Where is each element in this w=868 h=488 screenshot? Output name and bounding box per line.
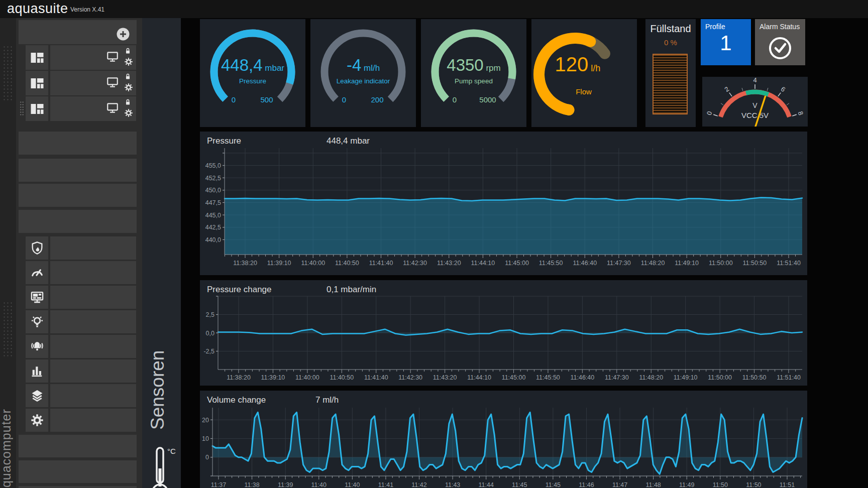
svg-text:442,5: 442,5 — [205, 224, 221, 231]
sidebar-page-page[interactable] — [50, 45, 136, 70]
bulb-icon-tile[interactable] — [26, 310, 48, 333]
shield-drop-icon-tile[interactable] — [26, 236, 48, 260]
page-settings-button[interactable] — [124, 57, 134, 69]
chart-current-value: 448,4 mbar — [327, 136, 370, 146]
svg-text:11:42:30: 11:42:30 — [398, 374, 422, 381]
lock-page-button[interactable] — [124, 72, 132, 83]
svg-text:11:50:00: 11:50:00 — [709, 260, 733, 267]
sidebar-item-partial — [19, 486, 137, 488]
svg-text:11:48:20: 11:48:20 — [639, 374, 663, 381]
layers-icon-tile[interactable] — [26, 384, 48, 407]
sidebar-page-leakshield[interactable] — [50, 96, 136, 121]
page-thumbnail-icon[interactable] — [26, 71, 48, 95]
svg-text:11:45: 11:45 — [546, 481, 561, 488]
flow-gauge: 120 l/hFlow — [531, 19, 637, 127]
chart-title: Volume change — [207, 395, 266, 405]
svg-text:0: 0 — [232, 95, 236, 104]
pressure-gauge: 448,4 mbarPressure0500 — [200, 19, 305, 127]
bulb-icon — [30, 315, 44, 329]
monitor-big-icon — [30, 290, 44, 304]
gear-big-icon-tile[interactable] — [26, 409, 48, 432]
monitor-icon — [106, 50, 119, 63]
temperature-unit-label: °C — [167, 447, 176, 455]
page-thumbnail-icon[interactable] — [26, 45, 48, 70]
alarm-status-tile: Alarm Status — [755, 19, 805, 65]
svg-text:11:43:20: 11:43:20 — [433, 374, 457, 381]
profile-label: Profile — [705, 23, 725, 31]
page-layout-icon — [30, 50, 45, 65]
sidebar-item-alarme[interactable] — [50, 335, 136, 358]
add-page-button[interactable] — [117, 26, 130, 39]
svg-text:440,0: 440,0 — [205, 236, 221, 243]
gauge-icon-tile[interactable] — [26, 261, 48, 284]
sidebar-section-daten-schnellansicht[interactable] — [19, 132, 137, 155]
app-logo: aquasuite — [7, 1, 68, 17]
overview-pages-header — [19, 20, 137, 44]
show-on-monitor-button[interactable] — [106, 76, 119, 91]
svg-text:11:45:50: 11:45:50 — [539, 260, 563, 267]
brand-vertical-text: aquacomputer — [0, 344, 16, 488]
show-on-monitor-button[interactable] — [106, 101, 119, 116]
svg-text:120 l/h: 120 l/h — [555, 53, 601, 75]
bars-icon-tile[interactable] — [26, 359, 48, 383]
page-thumbnail-icon[interactable] — [26, 96, 48, 121]
sensoren-vertical-label: Sensoren — [147, 299, 175, 430]
sidebar-item-system[interactable] — [50, 409, 136, 432]
svg-text:4: 4 — [753, 77, 756, 84]
check-circle-icon — [755, 19, 805, 65]
monitor-icon — [106, 76, 119, 89]
svg-text:11:40:00: 11:40:00 — [301, 260, 325, 267]
page-settings-button[interactable] — [124, 82, 134, 94]
svg-text:4350 rpm: 4350 rpm — [447, 56, 500, 74]
svg-text:11:45:00: 11:45:00 — [502, 374, 526, 381]
sidebar-section-mps[interactable] — [19, 184, 137, 207]
drag-handle[interactable] — [20, 101, 24, 116]
sidebar-item-display[interactable] — [50, 286, 136, 309]
bell-icon-tile[interactable] — [26, 335, 48, 358]
chart-title: Pressure — [207, 136, 241, 146]
svg-text:448,4 mbar: 448,4 mbar — [221, 56, 284, 74]
lock-page-button[interactable] — [124, 98, 132, 108]
sidebar-page-mps[interactable] — [50, 71, 136, 95]
lock-page-button[interactable] — [124, 47, 132, 57]
sidebar-item-profile[interactable] — [50, 384, 136, 407]
show-on-monitor-button[interactable] — [106, 50, 119, 65]
svg-text:8: 8 — [797, 110, 805, 116]
svg-text:11:40:50: 11:40:50 — [330, 374, 354, 381]
svg-text:11:38:20: 11:38:20 — [233, 260, 257, 267]
sidebar-section-leakshield[interactable] — [19, 210, 137, 233]
svg-text:200: 200 — [371, 95, 383, 104]
svg-text:2,5: 2,5 — [206, 311, 214, 318]
sidebar-section-datenlogger[interactable] — [19, 159, 137, 182]
svg-text:455,0: 455,0 — [205, 162, 221, 169]
svg-text:11:50: 11:50 — [713, 481, 728, 488]
monitor-big-icon-tile[interactable] — [26, 286, 48, 309]
fuellstand-value: 0 % — [645, 38, 696, 47]
fuellstand-title: Füllstand — [645, 23, 696, 35]
gear-big-icon — [30, 413, 44, 427]
svg-text:11:43:20: 11:43:20 — [437, 260, 461, 267]
svg-text:11:44:10: 11:44:10 — [471, 260, 495, 267]
sidebar-item-sensoren[interactable] — [50, 261, 136, 284]
svg-text:11:44:10: 11:44:10 — [467, 374, 491, 381]
sidebar-item-aquasuite-web[interactable] — [19, 460, 137, 483]
sidebar-item-leakshield[interactable] — [50, 236, 136, 260]
sidebar-item-playground[interactable] — [19, 435, 137, 457]
svg-text:11:51:40: 11:51:40 — [777, 260, 801, 267]
sidebar-item-rgbpx[interactable] — [50, 310, 136, 333]
svg-text:500: 500 — [260, 95, 273, 104]
svg-text:11:48:20: 11:48:20 — [641, 260, 665, 267]
leakage-indicator-gauge: -4 ml/hLeakage indicator0200 — [310, 19, 416, 127]
fuellstand-tile: Füllstand 0 % — [645, 19, 696, 127]
pressure-change-chart-plot: 2,50,0-2,511:38:2011:39:1011:40:0011:40:… — [200, 280, 807, 386]
page-settings-button[interactable] — [124, 108, 134, 120]
svg-text:11:51:40: 11:51:40 — [777, 374, 801, 381]
svg-text:0: 0 — [705, 110, 714, 116]
sidebar-item-status[interactable] — [50, 359, 136, 383]
svg-text:11:37: 11:37 — [211, 481, 226, 488]
chart-current-value: 7 ml/h — [315, 395, 339, 405]
monitor-icon — [106, 101, 119, 114]
page-layout-icon — [30, 101, 45, 116]
bars-icon — [30, 364, 44, 378]
sensoren-side-panel[interactable]: Sensoren °C — [142, 18, 181, 488]
